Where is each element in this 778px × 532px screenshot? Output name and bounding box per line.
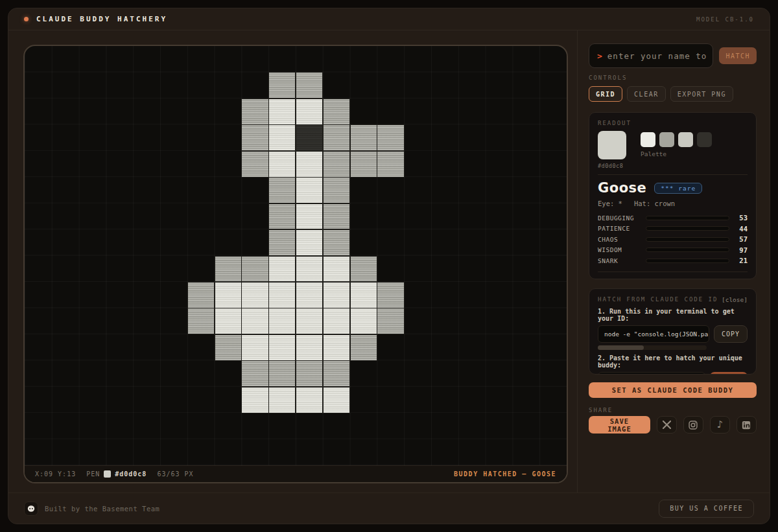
pixel-cell[interactable]: [241, 308, 268, 334]
save-image-button[interactable]: SAVE IMAGE: [589, 416, 650, 434]
current-color-hex: #d0d0c8: [598, 163, 626, 169]
stat-value: 44: [735, 225, 748, 233]
pixel-cell[interactable]: [296, 387, 323, 413]
pixel-cell[interactable]: [268, 203, 296, 230]
pixel-cell[interactable]: [296, 334, 323, 361]
share-tiktok-button[interactable]: ♪: [710, 416, 730, 434]
pixel-canvas[interactable]: X:09 Y:13 PEN #d0d0c8 63/63 PX BUDDY HAT…: [23, 45, 568, 483]
pixel-cell[interactable]: [323, 229, 350, 256]
name-input[interactable]: > enter your name to ha: [589, 43, 713, 68]
pixel-cell[interactable]: [350, 334, 377, 361]
pixel-cell[interactable]: [241, 282, 268, 308]
header: CLAUDE BUDDY HATCHERY MODEL CB-1.0: [8, 8, 770, 30]
pixel-cell[interactable]: [296, 360, 323, 387]
pixel-cell[interactable]: [296, 98, 323, 125]
pixel-cell[interactable]: [268, 72, 296, 98]
code-id-input[interactable]: e.g. user_abc123...: [598, 372, 705, 375]
pixel-cell[interactable]: [268, 98, 296, 125]
pixel-cell[interactable]: [268, 151, 296, 178]
pixel-cell[interactable]: [350, 124, 377, 151]
share-instagram-button[interactable]: [683, 416, 703, 434]
pixel-cell[interactable]: [268, 282, 296, 308]
palette-swatch-3[interactable]: [678, 132, 693, 147]
pixel-cell[interactable]: [296, 308, 323, 334]
pixel-cell[interactable]: [268, 177, 296, 203]
current-color-swatch[interactable]: [598, 131, 626, 159]
pixel-cell[interactable]: [377, 308, 404, 334]
pixel-cell[interactable]: [241, 124, 268, 151]
pixel-cell[interactable]: [377, 124, 404, 151]
pixel-cell[interactable]: [268, 360, 296, 387]
palette-swatch-2[interactable]: [659, 132, 674, 147]
pixel-cell[interactable]: [268, 308, 296, 334]
pixel-cell[interactable]: [268, 256, 296, 283]
grid-toggle-button[interactable]: GRID: [589, 86, 622, 102]
pixel-cell[interactable]: [268, 229, 296, 256]
pixel-cell[interactable]: [215, 256, 242, 283]
pixel-cell[interactable]: [241, 334, 268, 361]
app-title: CLAUDE BUDDY HATCHERY: [36, 15, 167, 23]
pixel-cell[interactable]: [296, 229, 323, 256]
pixel-cell[interactable]: [377, 151, 404, 178]
step-2-text: 2. Paste it here to hatch your unique bu…: [598, 354, 748, 369]
pixel-cell[interactable]: [296, 203, 323, 230]
pixel-cell[interactable]: [323, 151, 350, 178]
pixel-cell[interactable]: [323, 308, 350, 334]
pixel-cell[interactable]: [323, 334, 350, 361]
pixel-cell[interactable]: [323, 360, 350, 387]
code-scrollbar[interactable]: [598, 345, 707, 350]
set-as-buddy-button[interactable]: SET AS CLAUDE CODE BUDDY: [589, 382, 757, 398]
pixel-cell[interactable]: [350, 151, 377, 178]
scrollbar-thumb[interactable]: [598, 345, 644, 350]
pixel-cell[interactable]: [323, 256, 350, 283]
export-png-button[interactable]: EXPORT PNG: [670, 86, 733, 102]
pixel-cell[interactable]: [268, 387, 296, 413]
pixel-cell[interactable]: [241, 360, 268, 387]
pixel-cell[interactable]: [377, 282, 404, 308]
pixel-cell[interactable]: [215, 282, 242, 308]
pixel-cell[interactable]: [323, 282, 350, 308]
basement-logo[interactable]: [24, 502, 38, 516]
pixel-cell[interactable]: [296, 151, 323, 178]
pixel-cell[interactable]: [268, 334, 296, 361]
share-linkedin-button[interactable]: [737, 416, 757, 434]
pixel-cell[interactable]: [296, 124, 323, 151]
pixel-cell[interactable]: [323, 98, 350, 125]
pixel-cell[interactable]: [187, 308, 215, 334]
pixel-cell[interactable]: [187, 282, 215, 308]
pixel-cell[interactable]: [296, 256, 323, 283]
pixel-cell[interactable]: [241, 256, 268, 283]
pixel-cell[interactable]: [350, 282, 377, 308]
palette-swatch-4[interactable]: [697, 132, 712, 147]
pixel-cell[interactable]: [323, 387, 350, 413]
stat-bar: [646, 237, 729, 242]
close-link[interactable]: [close]: [722, 296, 748, 303]
share-x-button[interactable]: [657, 416, 677, 434]
readout-label: READOUT: [598, 120, 748, 126]
pixel-cell[interactable]: [323, 203, 350, 230]
hatch-button[interactable]: HATCH: [719, 47, 757, 64]
pen-indicator: PEN #d0d0c8: [86, 470, 147, 478]
pixel-cell[interactable]: [350, 256, 377, 283]
pixel-cell[interactable]: [296, 282, 323, 308]
pixel-cell[interactable]: [296, 72, 323, 98]
pixel-grid[interactable]: [25, 46, 567, 465]
buy-coffee-button[interactable]: BUY US A COFFEE: [659, 500, 754, 518]
copy-button[interactable]: COPY: [714, 325, 748, 343]
pixel-cell[interactable]: [268, 124, 296, 151]
hatch-id-button[interactable]: HATCH: [710, 372, 748, 375]
pixel-cell[interactable]: [296, 177, 323, 203]
pixel-cell[interactable]: [323, 124, 350, 151]
palette-swatch-1[interactable]: [641, 132, 655, 147]
pixel-cell[interactable]: [215, 334, 242, 361]
stat-label: CHAOS: [598, 236, 644, 243]
hatch-card-title: HATCH FROM CLAUDE CODE ID: [598, 296, 718, 303]
pixel-cell[interactable]: [241, 98, 268, 125]
pixel-cell[interactable]: [241, 151, 268, 178]
pixel-cell[interactable]: [323, 177, 350, 203]
pixel-cell[interactable]: [241, 387, 268, 413]
pixel-cell[interactable]: [350, 308, 377, 334]
pixel-cell[interactable]: [215, 308, 242, 334]
terminal-command[interactable]: node -e "console.log(JSON.parse(require(…: [598, 325, 709, 343]
clear-button[interactable]: CLEAR: [627, 86, 666, 102]
